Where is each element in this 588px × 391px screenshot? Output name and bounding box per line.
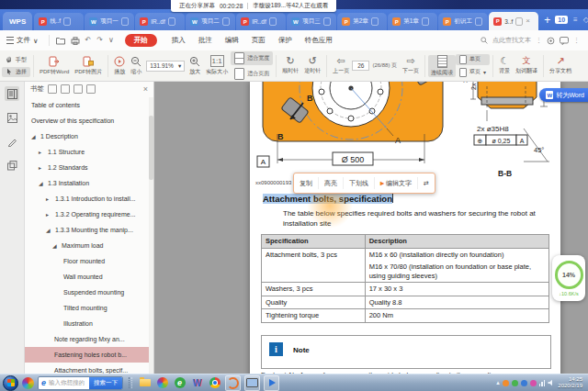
hand-tool-button[interactable]: 手型: [2, 55, 30, 65]
toolbar-more-icon[interactable]: ∨: [108, 36, 114, 45]
scrollbar-thumb[interactable]: [149, 116, 153, 180]
thumbnails-icon[interactable]: [5, 110, 19, 125]
file-menu-button[interactable]: 文件 ∨: [0, 36, 45, 45]
menu-tab-special[interactable]: 特色应用: [305, 36, 333, 45]
tab-close-icon[interactable]: ×: [526, 17, 530, 25]
continuous-read-button[interactable]: 连续阅读: [428, 55, 456, 77]
pdf-to-word-button[interactable]: PDF转Word: [37, 56, 72, 76]
green-browser-icon[interactable]: e: [173, 376, 187, 390]
tree-item[interactable]: ◢Maximum load: [25, 238, 149, 253]
tree-item[interactable]: Overview of this specification: [25, 113, 149, 128]
tray-pink-icon[interactable]: [530, 380, 537, 386]
redo-icon[interactable]: ↷: [96, 36, 103, 45]
tab-doc-3[interactable]: PIR..df: [135, 13, 185, 30]
tray-green-shield-icon[interactable]: [512, 380, 518, 386]
next-page-button[interactable]: ⇨下一页: [400, 56, 422, 75]
browser-flower-icon[interactable]: [155, 376, 169, 390]
tree-item[interactable]: Wall mounted: [25, 269, 149, 285]
underline-button[interactable]: 下划线: [344, 177, 375, 189]
share-doc-button[interactable]: ↗分享文档: [547, 56, 574, 75]
tab-doc-8[interactable]: P第1章: [388, 13, 437, 30]
network-icon[interactable]: [539, 380, 546, 386]
taskbar-search-box[interactable]: e 输入你想搜的 搜索一下: [38, 376, 123, 390]
translate-button[interactable]: 文划词翻译: [513, 56, 540, 75]
tree-item[interactable]: ▸1.2 Standards: [25, 160, 149, 175]
wps-app-icon[interactable]: W: [190, 376, 204, 390]
tree-collapsed-icon[interactable]: ▸: [39, 164, 45, 171]
feedback-icon[interactable]: [560, 37, 569, 45]
tree-item[interactable]: Note regarding Mxy an...: [25, 331, 149, 347]
page-number-input[interactable]: 26: [352, 61, 369, 71]
select-tool-button[interactable]: 选择: [2, 67, 30, 77]
tree-item[interactable]: ▸1.3.2 Operating requireme...: [25, 207, 149, 222]
tree-item[interactable]: ◢1.3 Installation: [25, 175, 149, 191]
screen-share-bar[interactable]: 正在分享屏幕 00:20:28 李馥骏189...等42人正在观看: [171, 0, 336, 12]
tree-expanded-icon[interactable]: ◢: [31, 133, 38, 140]
wps-home-tab[interactable]: WPS: [3, 12, 32, 30]
menu-tab-insert[interactable]: 插入: [172, 36, 186, 45]
start-button[interactable]: [3, 375, 18, 391]
bookmark-settings-icon[interactable]: [86, 84, 96, 94]
download-progress-widget[interactable]: 14% ↓10.6K/s: [552, 255, 585, 301]
fit-width-button[interactable]: 适合宽度: [231, 51, 273, 65]
tray-blue-icon[interactable]: [521, 380, 527, 386]
chrome-icon[interactable]: [208, 376, 221, 390]
tree-item[interactable]: Table of contents: [25, 97, 149, 113]
display-app-icon[interactable]: [244, 375, 260, 391]
highlight-button[interactable]: 高亮: [319, 177, 344, 189]
rotate-ccw-button[interactable]: ↺逆时针: [301, 56, 323, 75]
print-icon[interactable]: [71, 37, 80, 45]
pdf-to-image-button[interactable]: PDF转图片: [72, 56, 105, 76]
menu-tab-edit[interactable]: 编辑: [225, 36, 239, 45]
play-button[interactable]: 播放: [111, 56, 128, 76]
more-dots-icon[interactable]: ⋮: [573, 37, 580, 44]
zoom-in-button[interactable]: 放大: [187, 56, 203, 76]
add-bookmark-icon[interactable]: [74, 84, 83, 94]
tray-expand-icon[interactable]: ▴: [496, 379, 500, 386]
actual-size-button[interactable]: 1:1实际大小: [203, 55, 231, 76]
zoom-out-button[interactable]: 缩小: [128, 56, 144, 76]
more-dots-icon[interactable]: ⋮: [536, 37, 542, 44]
tree-item[interactable]: Illustration: [25, 316, 149, 331]
background-button[interactable]: ☾背景: [496, 56, 513, 75]
tree-expanded-icon[interactable]: ◢: [46, 227, 52, 233]
tree-collapsed-icon[interactable]: ▸: [46, 211, 52, 218]
tree-item[interactable]: ▸1.1 Structure: [25, 144, 149, 160]
tab-doc-4[interactable]: W项目二: [186, 13, 235, 30]
more-tools-icon[interactable]: ⇄: [418, 177, 435, 189]
explorer-icon[interactable]: [138, 376, 152, 390]
tree-item[interactable]: ◢1 Description: [25, 128, 149, 144]
fit-page-button[interactable]: 适合页面: [231, 67, 273, 81]
document-viewport[interactable]: A B B Ø 500 A 3x 2x: [154, 81, 588, 391]
menu-tab-comment[interactable]: 批注: [198, 36, 212, 45]
find-text-box[interactable]: 点此查找文本 ⋮ ⋮: [481, 36, 588, 45]
tab-doc-7[interactable]: P第2章: [337, 13, 387, 30]
media-player-icon[interactable]: [264, 375, 279, 391]
clock[interactable]: 14:25 2020/2/19: [558, 376, 582, 389]
convert-to-word-button[interactable]: W 转为Word: [539, 88, 588, 102]
edit-text-button[interactable]: ▸编辑文字: [375, 177, 418, 189]
open-folder-icon[interactable]: [56, 37, 65, 45]
collapse-all-icon[interactable]: [61, 84, 70, 94]
tab-count-badge[interactable]: 10: [555, 16, 568, 24]
annotate-pen-icon[interactable]: [5, 134, 19, 149]
double-page-button[interactable]: 双页▾: [456, 67, 490, 78]
volume-icon[interactable]: [548, 379, 555, 386]
menu-tab-home[interactable]: 开始: [125, 34, 157, 47]
tree-collapsed-icon[interactable]: ▸: [39, 149, 45, 155]
promo-icon[interactable]: ◇: [583, 16, 588, 24]
expand-all-icon[interactable]: [48, 84, 57, 94]
tab-doc-9[interactable]: P初识工: [438, 13, 488, 30]
tree-item[interactable]: ◢1.3.3 Mounting the manip...: [25, 222, 149, 238]
tree-item[interactable]: ▸1.3.1 Introduction to install...: [25, 191, 149, 207]
tree-item[interactable]: Floor mounted: [25, 253, 149, 269]
tab-doc-2[interactable]: W项目一: [85, 13, 134, 30]
tree-expanded-icon[interactable]: ◢: [52, 242, 59, 249]
gear-icon[interactable]: [547, 37, 555, 45]
tree-item[interactable]: Tilted mounting: [25, 300, 149, 316]
sidebar-scrollbar[interactable]: [149, 97, 153, 391]
tree-item-selected[interactable]: Fastening holes robot b...: [25, 347, 149, 363]
menu-tab-page[interactable]: 页面: [252, 36, 266, 45]
close-icon[interactable]: ×: [143, 84, 148, 94]
pinwheel-app-icon[interactable]: [22, 377, 34, 389]
